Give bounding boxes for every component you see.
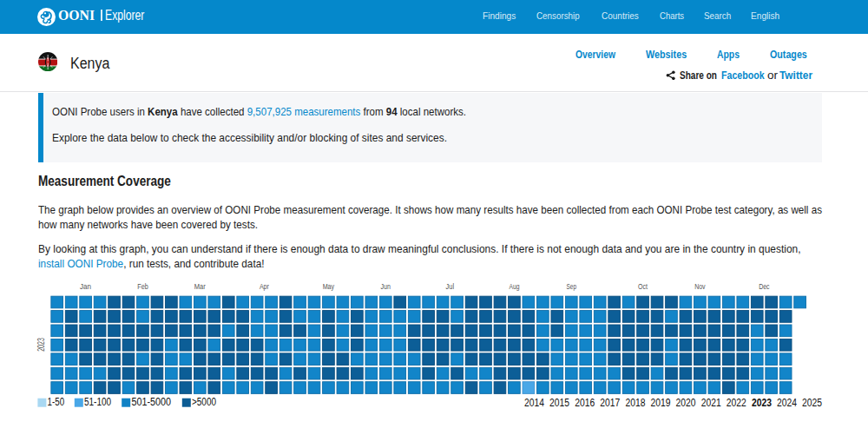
svg-text:2018: 2018 (625, 397, 645, 409)
svg-text:2015: 2015 (549, 397, 569, 409)
svg-text:Nov: Nov (694, 282, 706, 291)
svg-text:2023: 2023 (752, 397, 772, 409)
svg-text:2020: 2020 (676, 397, 696, 409)
svg-text:2016: 2016 (575, 397, 595, 409)
svg-text:2019: 2019 (651, 397, 671, 409)
svg-text:1-50: 1-50 (48, 396, 65, 408)
svg-text:2014: 2014 (524, 397, 544, 409)
svg-text:Jan: Jan (80, 282, 91, 291)
svg-text:Dec: Dec (759, 282, 770, 291)
svg-text:2017: 2017 (600, 397, 620, 409)
svg-text:2024: 2024 (777, 397, 797, 409)
svg-text:2021: 2021 (701, 397, 721, 409)
svg-text:May: May (323, 282, 335, 291)
svg-text:2025: 2025 (802, 397, 822, 409)
svg-text:2023: 2023 (36, 338, 46, 352)
svg-text:Apr: Apr (260, 282, 269, 291)
svg-text:51-100: 51-100 (84, 396, 111, 408)
svg-text:Jul: Jul (446, 282, 455, 291)
svg-text:Sep: Sep (567, 282, 577, 291)
svg-text:Mar: Mar (194, 282, 206, 291)
svg-text:Oct: Oct (638, 282, 648, 291)
svg-text:Jun: Jun (381, 282, 391, 291)
svg-text:Feb: Feb (137, 282, 148, 291)
svg-text:501-5000: 501-5000 (132, 396, 172, 408)
svg-text:2022: 2022 (727, 397, 746, 409)
svg-text:Aug: Aug (509, 282, 519, 291)
svg-text:>5000: >5000 (192, 396, 216, 408)
